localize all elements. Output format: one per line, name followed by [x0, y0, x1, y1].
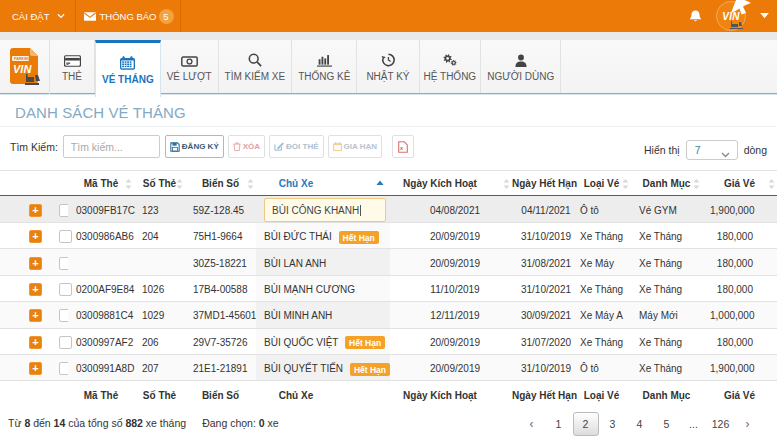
- svg-text:x: x: [400, 144, 403, 150]
- svg-text:PARKING: PARKING: [14, 57, 31, 61]
- svg-text:VIN: VIN: [13, 63, 32, 75]
